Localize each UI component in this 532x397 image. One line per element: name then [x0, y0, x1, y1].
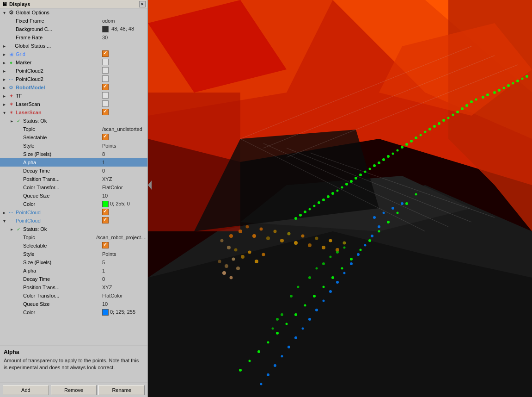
background-row[interactable]: Background C... 48; 48; 48 [0, 25, 147, 33]
close-button[interactable]: ✕ [139, 1, 146, 7]
svg-point-43 [420, 134, 422, 136]
laserscan2-decay-row[interactable]: Decay Time 0 [0, 167, 147, 175]
tf-label: TF [16, 93, 100, 99]
pointcloud-b-size-row[interactable]: Size (Pixels) 5 [0, 258, 147, 267]
add-button[interactable]: Add [3, 385, 49, 395]
pointcloud-b-style-row[interactable]: Style Points [0, 250, 147, 258]
laserscan1-checkbox[interactable] [100, 100, 147, 108]
pointcloud2-1-row[interactable]: PointCloud2 [0, 67, 147, 75]
pointcloud-b-selectable-row[interactable]: Selectable [0, 242, 147, 250]
marker-row[interactable]: Marker [0, 58, 147, 67]
pointcloud2-2-checkbox[interactable] [100, 75, 147, 83]
pointcloud-b-alpha-row[interactable]: Alpha 1 [0, 267, 147, 275]
visualization-panel[interactable] [148, 0, 532, 397]
laserscan2-color-row[interactable]: Color 0; 255; 0 [0, 200, 147, 208]
pointcloud2-2-row[interactable]: PointCloud2 [0, 75, 147, 83]
svg-point-44 [405, 143, 408, 146]
laserscan2-selectable-row[interactable]: Selectable [0, 133, 147, 142]
svg-point-128 [229, 234, 233, 238]
laserscan2-style-row[interactable]: Style Points [0, 142, 147, 150]
robotmodel-checkbox[interactable] [100, 84, 147, 91]
svg-point-79 [331, 276, 334, 279]
fixed-frame-row[interactable]: Fixed Frame odom [0, 17, 147, 25]
svg-point-33 [465, 104, 468, 107]
laserscan2-alpha-row[interactable]: Alpha 1 [0, 158, 147, 167]
grid-checkbox[interactable] [100, 50, 147, 58]
laserscan2-postrans-row[interactable]: Position Trans... XYZ [0, 175, 147, 183]
robotmodel-row[interactable]: RobotModel [0, 83, 147, 92]
laserscan2-size-row[interactable]: Size (Pixels) 8 [0, 150, 147, 158]
frame-rate-value: 30 [100, 35, 147, 40]
svg-point-35 [456, 111, 459, 113]
laserscan2-status-row[interactable]: Status: Ok [0, 117, 147, 125]
pointcloud-icon [7, 67, 15, 74]
svg-point-122 [308, 243, 312, 247]
svg-point-148 [290, 295, 293, 298]
svg-point-56 [350, 180, 353, 183]
laserscan2-colortrans-row[interactable]: Color Transfor... FlatColor [0, 183, 147, 192]
info-description: Amount of transparency to apply to the p… [4, 357, 144, 372]
pointcloud-b-postrans-row[interactable]: Position Trans... XYZ [0, 283, 147, 292]
laserscan2-selectable-value[interactable] [100, 134, 147, 141]
svg-point-68 [294, 217, 297, 220]
fixed-frame-label: Fixed Frame [16, 18, 100, 24]
pointcloud-a-row[interactable]: PointCloud [0, 208, 147, 217]
svg-point-37 [447, 117, 450, 119]
pointcloud-b-queue-value: 10 [100, 301, 147, 307]
svg-point-84 [286, 323, 288, 325]
pointcloud-b-selectable-value[interactable] [100, 242, 147, 249]
expand-icon [1, 68, 7, 74]
pointcloud-b-status-row[interactable]: Status: Ok [0, 225, 147, 233]
svg-point-95 [343, 272, 346, 274]
svg-point-50 [378, 161, 380, 164]
pointcloud2-1-checkbox[interactable] [100, 67, 147, 74]
laserscan2-row[interactable]: LaserScan [0, 108, 147, 117]
pointcloud-b-icon [7, 217, 15, 224]
pointcloud-b-queue-row[interactable]: Queue Size 10 [0, 300, 147, 308]
svg-point-20 [493, 91, 496, 94]
pointcloud-b-selectable-label: Selectable [23, 243, 100, 248]
svg-point-152 [281, 313, 283, 316]
global-options-row[interactable]: Global Options [0, 8, 147, 17]
pointcloud-b-decay-row[interactable]: Decay Time 0 [0, 275, 147, 283]
svg-point-119 [287, 232, 291, 236]
svg-point-78 [341, 267, 343, 270]
svg-point-58 [341, 186, 343, 189]
svg-point-32 [461, 107, 464, 110]
laserscan1-row[interactable]: LaserScan [0, 100, 147, 108]
svg-point-72 [397, 212, 399, 214]
pointcloud-b-topic-value: /scan_robot_project.... [94, 235, 147, 240]
laserscan2-topic-value: /scan_undistorted [100, 126, 147, 132]
pointcloud-a-checkbox[interactable] [100, 209, 147, 216]
laserscan2-color-label: Color [23, 201, 100, 207]
expand-icon [1, 43, 7, 49]
rename-button[interactable]: Rename [98, 385, 145, 395]
marker-checkbox[interactable] [100, 59, 147, 66]
svg-point-117 [274, 230, 277, 233]
svg-point-139 [222, 271, 226, 275]
pointcloud-b-checkbox[interactable] [100, 217, 147, 224]
pointcloud-b-topic-row[interactable]: Topic /scan_robot_project.... [0, 233, 147, 242]
tf-checkbox[interactable] [100, 92, 147, 99]
displays-icon: 🖥 [2, 1, 7, 7]
laserscan2-queue-row[interactable]: Queue Size 10 [0, 192, 147, 200]
laser-icon [7, 109, 15, 116]
pointcloud-b-color-row[interactable]: Color 0; 125; 255 [0, 308, 147, 316]
laserscan2-checkbox[interactable] [100, 109, 147, 116]
laserscan2-decay-value: 0 [100, 168, 147, 174]
laserscan2-topic-row[interactable]: Topic /scan_undistorted [0, 125, 147, 133]
tree-area[interactable]: Global Options Fixed Frame odom Backgrou… [0, 8, 147, 346]
pointcloud-b-row[interactable]: PointCloud [0, 217, 147, 225]
svg-point-48 [387, 155, 390, 158]
frame-rate-row[interactable]: Frame Rate 30 [0, 33, 147, 42]
global-status-row[interactable]: Global Status:... [0, 42, 147, 50]
laserscan2-style-label: Style [23, 143, 100, 149]
tf-row[interactable]: TF [0, 92, 147, 100]
remove-button[interactable]: Remove [51, 385, 97, 395]
grid-row[interactable]: Grid [0, 50, 147, 58]
pointcloud-b-colortrans-row[interactable]: Color Transfor... FlatColor [0, 292, 147, 300]
svg-point-26 [521, 78, 524, 80]
pointcloud-b-decay-label: Decay Time [23, 276, 100, 282]
grid-icon [7, 50, 15, 58]
close-icon: ✕ [141, 2, 144, 6]
